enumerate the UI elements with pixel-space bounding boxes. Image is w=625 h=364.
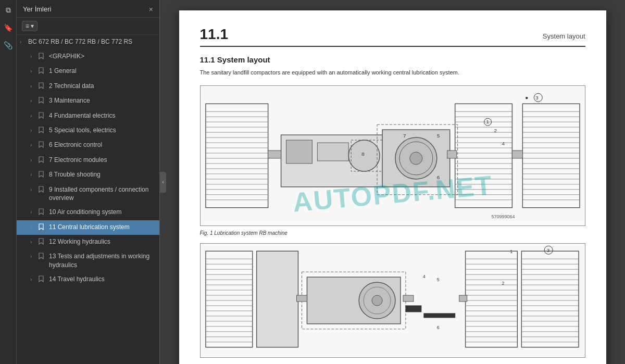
sidebar-item-label: <GRAPHIK> (49, 52, 155, 61)
svg-text:1: 1 (510, 249, 512, 254)
bookmark-icon (39, 208, 46, 217)
svg-text:570999064: 570999064 (491, 214, 515, 219)
svg-rect-149 (459, 295, 467, 302)
pdf-page: AUTOPDF.NET 11.1 System layout 11.1 Syst… (179, 10, 606, 364)
sidebar-title: Yer İmleri (23, 5, 51, 13)
diagram-1-caption: Fig. 1 Lubrication system RB machine (200, 230, 585, 236)
chevron-icon: › (30, 97, 39, 105)
svg-text:4: 4 (422, 274, 425, 279)
bookmarks-panel: Yer İmleri × ≡ ▾ ›BC 672 RB / BC 772 RB … (17, 0, 160, 364)
page-title-right: System layout (543, 26, 585, 40)
chevron-icon: › (30, 253, 39, 260)
sidebar-item-5spec[interactable]: ›5 Special tools, electrics (17, 123, 159, 138)
svg-rect-21 (286, 140, 312, 164)
svg-text:5: 5 (436, 277, 439, 282)
svg-text:6: 6 (436, 174, 440, 180)
sidebar-tree: ›BC 672 RB / BC 772 RB / BC 772 RS›<GRAP… (17, 35, 159, 364)
sidebar-item-bc672[interactable]: ›BC 672 RB / BC 772 RB / BC 772 RS (17, 35, 159, 49)
chevron-icon: › (30, 68, 39, 75)
bookmark-icon (39, 82, 46, 91)
sidebar-item-12working[interactable]: ›12 Working hydraulics (17, 235, 159, 249)
sidebar-item-label: 4 Fundamental electrics (49, 111, 155, 120)
svg-rect-148 (403, 295, 413, 302)
sidebar-item-label: 6 Electronic control (49, 141, 155, 149)
sidebar-item-13tests[interactable]: ›13 Tests and adjustments in working hyd… (17, 249, 159, 272)
diagram-1: 3 ● 1 2 4 5 6 7 8 570999064 (200, 85, 585, 226)
sidebar-item-4fund[interactable]: ›4 Fundamental electrics (17, 109, 159, 123)
main-content: AUTOPDF.NET 11.1 System layout 11.1 Syst… (160, 0, 625, 364)
chevron-icon: › (30, 53, 39, 60)
chevron-icon: › (30, 157, 39, 164)
sidebar-item-6elec[interactable]: ›6 Electronic control (17, 138, 159, 153)
sidebar-menu-button[interactable]: ≡ ▾ (22, 21, 38, 31)
bookmark-icon (39, 238, 46, 247)
attach-icon[interactable]: 📎 (3, 40, 14, 51)
bookmark-icon (39, 141, 46, 150)
sidebar-item-label: 1 General (49, 67, 155, 76)
chevron-icon: › (30, 224, 39, 231)
sidebar-item-label: 7 Electronic modules (49, 156, 155, 165)
bookmark-icon (39, 127, 46, 135)
chevron-icon: › (30, 171, 39, 179)
chevron-icon: › (20, 39, 28, 46)
close-sidebar-button[interactable]: × (149, 6, 153, 13)
sidebar-item-label: 12 Working hydraulics (49, 237, 155, 246)
section-desc: The sanitary landfill compactors are equ… (200, 68, 585, 77)
bookmark-icon (39, 112, 46, 121)
sidebar-item-label: 2 Technical data (49, 82, 155, 91)
sidebar-item-9install[interactable]: ›9 Installed components / connection ove… (17, 183, 159, 206)
svg-rect-70 (512, 150, 522, 158)
sidebar-item-11central[interactable]: ›11 Central lubrication system (17, 220, 159, 235)
sidebar-item-label: 10 Air conditioning system (49, 208, 155, 217)
sidebar-item-label: 9 Installed components / connection over… (49, 185, 155, 203)
svg-text:●: ● (525, 95, 528, 101)
chevron-icon: › (30, 276, 39, 283)
chevron-icon: › (30, 209, 39, 216)
bookmark-icon (39, 171, 46, 180)
bookmark-icon (39, 275, 46, 284)
layers-icon[interactable]: ⧉ (3, 4, 14, 16)
sidebar-header: Yer İmleri × (17, 0, 159, 18)
bookmark-icon (39, 67, 46, 76)
sidebar-item-label: 8 Trouble shooting (49, 170, 155, 179)
sidebar-item-label: 3 Maintenance (49, 96, 155, 105)
svg-rect-155 (423, 313, 455, 317)
bookmark-icon (39, 223, 46, 232)
svg-text:3: 3 (535, 95, 539, 101)
sidebar-item-graphik[interactable]: ›<GRAPHIK> (17, 49, 159, 64)
sidebar-item-label: 13 Tests and adjustments in working hydr… (49, 252, 155, 270)
sidebar-item-label: 5 Special tools, electrics (49, 126, 155, 135)
svg-text:2: 2 (494, 128, 497, 133)
sidebar-item-2tech[interactable]: ›2 Technical data (17, 79, 159, 94)
bookmark-icon (39, 253, 46, 261)
page-number: 11.1 (200, 26, 229, 43)
svg-rect-68 (268, 150, 281, 158)
svg-rect-154 (405, 305, 421, 311)
sidebar-item-10air[interactable]: ›10 Air conditioning system (17, 205, 159, 220)
sidebar-item-7mod[interactable]: ›7 Electronic modules (17, 153, 159, 168)
chevron-icon: › (30, 112, 39, 120)
sidebar-item-label: BC 672 RB / BC 772 RB / BC 772 RS (28, 37, 155, 46)
page-header: 11.1 System layout (200, 26, 585, 47)
svg-text:2: 2 (502, 281, 504, 286)
chevron-icon: › (30, 83, 39, 90)
svg-point-65 (409, 152, 422, 165)
svg-point-105 (372, 295, 382, 306)
diagram-2: 3 1 5 6 4 2 (200, 243, 585, 358)
svg-text:1: 1 (486, 119, 489, 124)
sidebar-item-8trouble[interactable]: ›8 Trouble shooting (17, 168, 159, 182)
left-toolbar: ⧉ 🔖 📎 (0, 0, 17, 364)
svg-rect-22 (317, 143, 348, 161)
sidebar-toolbar: ≡ ▾ (17, 18, 159, 35)
sidebar-item-1general[interactable]: ›1 General (17, 64, 159, 79)
chevron-icon: › (30, 186, 39, 194)
svg-rect-69 (447, 150, 456, 158)
bookmark-icon (39, 97, 46, 106)
bookmark-icon[interactable]: 🔖 (3, 22, 14, 33)
svg-text:7: 7 (403, 133, 406, 139)
sidebar-item-14travel[interactable]: ›14 Travel hydraulics (17, 272, 159, 287)
sidebar-item-label: 11 Central lubrication system (49, 223, 155, 232)
sidebar-collapse-handle[interactable]: ‹ (160, 172, 166, 193)
sidebar-item-3maint[interactable]: ›3 Maintenance (17, 94, 159, 108)
svg-text:8: 8 (361, 151, 365, 157)
